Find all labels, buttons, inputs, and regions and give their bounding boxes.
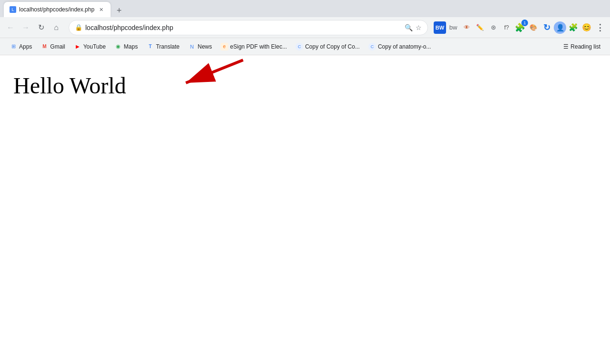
forward-button[interactable]: → xyxy=(19,21,32,34)
extensions-button[interactable]: 🧩 xyxy=(567,21,580,34)
translate-favicon: T xyxy=(146,43,154,51)
lock-icon: 🔒 xyxy=(75,24,82,31)
address-bar[interactable]: 🔒 🔍 ☆ xyxy=(69,20,428,35)
bookmark-youtube[interactable]: ▶ YouTube xyxy=(70,41,110,52)
news-favicon: N xyxy=(188,43,196,51)
user-avatar[interactable]: 😊 xyxy=(580,21,593,34)
browser-frame: L localhost/phpcodes/index.php ✕ + ← → ↻… xyxy=(0,0,610,364)
toolbar: ← → ↻ ⌂ 🔒 🔍 ☆ BW bw 👁 ✏️ xyxy=(0,17,610,38)
bookmark-gmail[interactable]: M Gmail xyxy=(37,41,69,52)
tab-favicon: L xyxy=(10,6,16,13)
bookmarks-bar: ⊞ Apps M Gmail ▶ YouTube ◉ Maps T Transl… xyxy=(0,38,610,55)
bookmark-translate[interactable]: T Translate xyxy=(142,41,183,52)
honey-extension-icon[interactable]: 👁 xyxy=(460,21,473,34)
bookmark-esign[interactable]: e eSign PDF with Elec... xyxy=(217,41,291,52)
bookmark-news[interactable]: N News xyxy=(184,41,216,52)
extensions-manager-icon[interactable]: 🧩 1 xyxy=(514,21,526,34)
bookmark-copy2[interactable]: C Copy of anatomy-o... xyxy=(365,41,435,52)
back-button[interactable]: ← xyxy=(4,21,17,34)
profile-button[interactable]: 👤 xyxy=(554,21,566,34)
new-tab-button[interactable]: + xyxy=(112,4,126,17)
bookmark-star-icon[interactable]: ☆ xyxy=(416,24,422,31)
wappalyzer-extension-icon[interactable]: ⊛ xyxy=(487,21,499,34)
theme-icon[interactable]: 🎨 xyxy=(527,21,539,34)
address-search-icon: 🔍 xyxy=(405,24,413,31)
toolbar-right: BW bw 👁 ✏️ ⊛ f? 🧩 1 🎨 ↻ 👤 xyxy=(434,21,606,34)
tab-bar: L localhost/phpcodes/index.php ✕ + xyxy=(0,0,610,17)
page-heading: Hello World xyxy=(13,72,600,99)
lastpass-extension-icon[interactable]: ✏️ xyxy=(474,21,486,34)
reading-list-icon: ☰ xyxy=(563,43,569,50)
address-input[interactable] xyxy=(85,24,402,31)
browser-body: Hello World xyxy=(0,55,610,364)
bookmark-maps[interactable]: ◉ Maps xyxy=(111,41,142,52)
bitwarden-extension-icon[interactable]: BW xyxy=(434,21,446,34)
active-tab[interactable]: L localhost/phpcodes/index.php ✕ xyxy=(4,2,111,17)
tab-close-button[interactable]: ✕ xyxy=(97,6,105,13)
bookmarks-bar-right: ☰ Reading list xyxy=(559,41,604,52)
apps-favicon: ⊞ xyxy=(10,43,17,51)
bookmark-apps[interactable]: ⊞ Apps xyxy=(6,41,36,52)
chrome-update-icon[interactable]: ↻ xyxy=(540,21,553,34)
bookmark-copy1[interactable]: C Copy of Copy of Co... xyxy=(292,41,364,52)
browsec-extension-icon[interactable]: bw xyxy=(447,21,459,34)
chrome-menu-button[interactable]: ⋮ xyxy=(594,21,606,34)
esign-favicon: e xyxy=(221,43,228,51)
fontawesome-extension-icon[interactable]: f? xyxy=(500,21,513,34)
copy1-favicon: C xyxy=(295,43,303,51)
maps-favicon: ◉ xyxy=(114,43,122,51)
youtube-favicon: ▶ xyxy=(74,43,81,51)
copy2-favicon: C xyxy=(368,43,376,51)
page-content: Hello World xyxy=(0,55,610,364)
reload-button[interactable]: ↻ xyxy=(34,21,48,34)
extensions-badge: 1 xyxy=(521,20,528,26)
gmail-favicon: M xyxy=(41,43,48,51)
reading-list-button[interactable]: ☰ Reading list xyxy=(559,41,604,52)
home-button[interactable]: ⌂ xyxy=(50,21,63,34)
tab-title: localhost/phpcodes/index.php xyxy=(19,6,94,13)
